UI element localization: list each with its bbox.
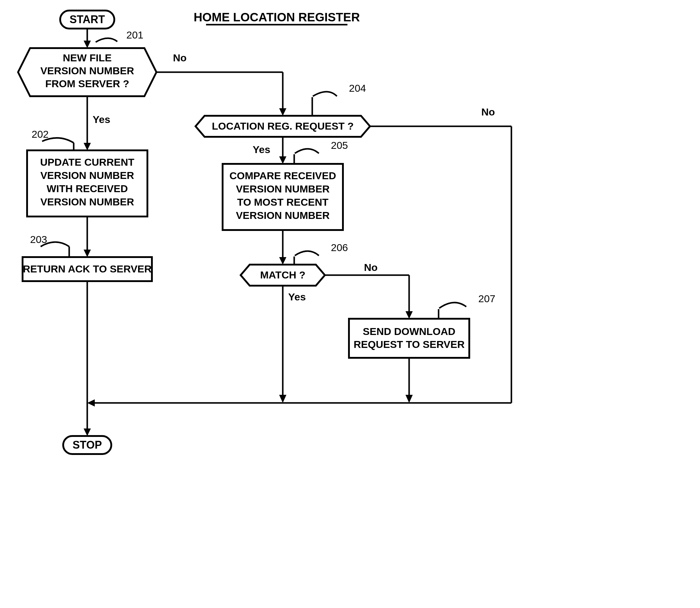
svg-marker-27 xyxy=(84,250,91,257)
diagram-title: HOME LOCATION REGISTER xyxy=(194,11,360,24)
svg-text:207: 207 xyxy=(478,293,495,304)
ref-205: 205 xyxy=(295,139,348,153)
svg-marker-2 xyxy=(84,41,91,48)
n201-line1: VERSION NUMBER xyxy=(40,65,134,76)
n206-line0: MATCH ? xyxy=(260,269,305,281)
svg-text:Yes: Yes xyxy=(253,144,271,155)
n202-line1: VERSION NUMBER xyxy=(40,170,134,181)
svg-text:202: 202 xyxy=(32,128,49,140)
svg-marker-11 xyxy=(84,143,91,150)
arrow-206-no: No xyxy=(325,262,413,319)
arrow-207-merge xyxy=(405,358,413,403)
n202-line0: UPDATE CURRENT xyxy=(40,156,134,168)
decision-206: MATCH ? xyxy=(241,265,325,286)
start-label: START xyxy=(70,13,105,25)
process-203: RETURN ACK TO SERVER xyxy=(22,257,152,281)
start-terminal: START xyxy=(60,11,114,28)
n205-line2: TO MOST RECENT xyxy=(237,196,329,208)
svg-text:No: No xyxy=(481,106,495,118)
n205-line1: VERSION NUMBER xyxy=(236,183,330,194)
decision-204: LOCATION REG. REQUEST ? xyxy=(196,116,370,137)
arrow-start-201 xyxy=(84,28,91,48)
n207-line1: REQUEST TO SERVER xyxy=(353,339,464,350)
svg-marker-21 xyxy=(87,399,95,406)
svg-marker-40 xyxy=(405,311,413,319)
svg-marker-46 xyxy=(84,429,91,436)
ref-202: 202 xyxy=(32,128,74,143)
svg-marker-31 xyxy=(279,257,287,265)
arrow-205-206 xyxy=(279,230,287,265)
n202-line3: VERSION NUMBER xyxy=(40,196,134,208)
svg-marker-36 xyxy=(279,395,287,403)
arrow-202-203 xyxy=(84,216,91,257)
svg-text:No: No xyxy=(364,262,377,273)
n207-line0: SEND DOWNLOAD xyxy=(363,326,456,337)
stop-terminal: STOP xyxy=(63,436,111,454)
ref-203: 203 xyxy=(30,234,69,247)
n202-line2: WITH RECEIVED xyxy=(47,183,128,194)
n204-line0: LOCATION REG. REQUEST ? xyxy=(212,120,354,132)
n201-line0: NEW FILE xyxy=(63,52,112,63)
svg-text:206: 206 xyxy=(331,242,348,253)
process-205: COMPARE RECEIVED VERSION NUMBER TO MOST … xyxy=(223,164,343,230)
n201-line2: FROM SERVER ? xyxy=(45,78,129,89)
ref-204: 204 xyxy=(313,82,366,96)
arrow-201-no: No xyxy=(156,52,287,116)
ref-206: 206 xyxy=(295,242,348,255)
arrow-206-yes: Yes xyxy=(279,286,306,403)
ref-201: 201 xyxy=(96,29,144,42)
n203-line0: RETURN ACK TO SERVER xyxy=(23,263,152,274)
decision-201: NEW FILE VERSION NUMBER FROM SERVER ? xyxy=(18,48,156,96)
arrow-204-yes: Yes xyxy=(253,137,287,164)
svg-marker-16 xyxy=(279,156,287,164)
svg-text:204: 204 xyxy=(349,82,366,94)
ref-207: 207 xyxy=(439,293,495,308)
n205-line3: VERSION NUMBER xyxy=(236,210,330,221)
stop-label: STOP xyxy=(73,439,102,451)
svg-text:201: 201 xyxy=(126,29,144,41)
svg-marker-8 xyxy=(279,108,287,116)
process-207: SEND DOWNLOAD REQUEST TO SERVER xyxy=(349,319,469,358)
arrow-203-stop xyxy=(84,281,91,436)
n205-line0: COMPARE RECEIVED xyxy=(229,170,336,181)
svg-text:203: 203 xyxy=(30,234,47,245)
svg-text:No: No xyxy=(173,52,186,63)
process-202: UPDATE CURRENT VERSION NUMBER WITH RECEI… xyxy=(27,150,147,216)
svg-text:Yes: Yes xyxy=(93,114,110,125)
flowchart-svg: HOME LOCATION REGISTER START NEW FILE VE… xyxy=(6,6,530,463)
svg-marker-44 xyxy=(405,395,413,403)
arrow-201-yes: Yes xyxy=(84,96,110,150)
svg-text:205: 205 xyxy=(331,139,348,151)
svg-text:Yes: Yes xyxy=(288,291,306,303)
